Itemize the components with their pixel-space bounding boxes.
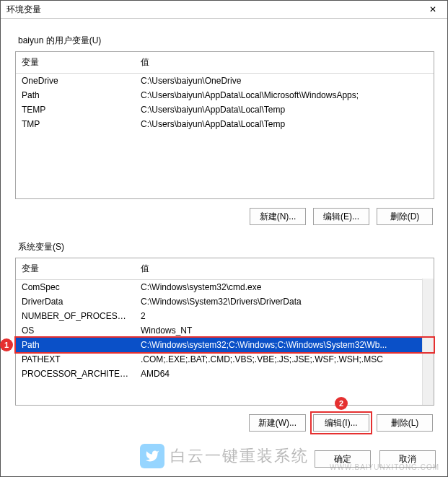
close-icon: ✕ bbox=[429, 4, 436, 14]
user-header-var[interactable]: 变量 bbox=[16, 52, 135, 73]
system-edit-button[interactable]: 编辑(I)... bbox=[313, 414, 369, 432]
window-title: 环境变量 bbox=[6, 4, 424, 16]
table-row[interactable]: OSWindows_NT bbox=[16, 323, 434, 338]
table-row[interactable]: PathC:\Windows\system32;C:\Windows;C:\Wi… bbox=[16, 338, 434, 352]
user-vars-table[interactable]: 变量 值 OneDriveC:\Users\baiyun\OneDrivePat… bbox=[15, 51, 434, 199]
cancel-button[interactable]: 取消 bbox=[379, 450, 436, 468]
cell-val: C:\Windows\system32\cmd.exe bbox=[135, 281, 434, 293]
titlebar: 环境变量 ✕ bbox=[1, 1, 447, 19]
cell-val: C:\Windows\system32;C:\Windows;C:\Window… bbox=[135, 339, 434, 351]
cell-val: 2 bbox=[135, 310, 434, 322]
dialog-content: baiyun 的用户变量(U) 变量 值 OneDriveC:\Users\ba… bbox=[1, 19, 447, 446]
cell-var: PATHEXT bbox=[16, 354, 135, 365]
user-delete-button[interactable]: 删除(D) bbox=[377, 208, 433, 225]
cell-var: OS bbox=[16, 325, 135, 336]
system-scrollbar[interactable] bbox=[422, 279, 434, 405]
system-vars-table[interactable]: 变量 值 ComSpecC:\Windows\system32\cmd.exeD… bbox=[15, 258, 434, 406]
cell-var: NUMBER_OF_PROCESSORS bbox=[16, 310, 135, 322]
table-row[interactable]: TMPC:\Users\baiyun\AppData\Local\Temp bbox=[16, 117, 434, 131]
user-vars-label: baiyun 的用户变量(U) bbox=[18, 35, 434, 47]
user-edit-button[interactable]: 编辑(E)... bbox=[313, 208, 369, 225]
table-row[interactable]: ComSpecC:\Windows\system32\cmd.exe bbox=[16, 280, 434, 294]
table-row[interactable]: PATHEXT.COM;.EXE;.BAT;.CMD;.VBS;.VBE;.JS… bbox=[16, 352, 434, 367]
table-row[interactable]: PROCESSOR_ARCHITECT...AMD64 bbox=[16, 367, 434, 381]
ok-button[interactable]: 确定 bbox=[315, 450, 371, 468]
table-row[interactable]: DriverDataC:\Windows\System32\Drivers\Dr… bbox=[16, 294, 434, 309]
user-header-val[interactable]: 值 bbox=[135, 52, 434, 73]
close-button[interactable]: ✕ bbox=[424, 1, 442, 18]
system-delete-button[interactable]: 删除(L) bbox=[377, 414, 433, 432]
cell-var: DriverData bbox=[16, 296, 135, 307]
system-vars-body[interactable]: ComSpecC:\Windows\system32\cmd.exeDriver… bbox=[16, 280, 434, 405]
cell-var: Path bbox=[16, 339, 135, 351]
table-row[interactable]: PathC:\Users\baiyun\AppData\Local\Micros… bbox=[16, 88, 434, 102]
table-row[interactable]: TEMPC:\Users\baiyun\AppData\Local\Temp bbox=[16, 102, 434, 117]
table-row[interactable]: OneDriveC:\Users\baiyun\OneDrive bbox=[16, 74, 434, 88]
cell-var: TMP bbox=[16, 118, 135, 130]
cell-var: TEMP bbox=[16, 104, 135, 115]
system-new-button[interactable]: 新建(W)... bbox=[249, 414, 306, 432]
cell-val: C:\Users\baiyun\AppData\Local\Microsoft\… bbox=[135, 89, 434, 101]
user-vars-header: 变量 值 bbox=[16, 52, 434, 74]
cell-val: C:\Users\baiyun\AppData\Local\Temp bbox=[135, 118, 434, 130]
system-vars-label: 系统变量(S) bbox=[18, 241, 434, 253]
user-buttons: 新建(N)... 编辑(E)... 删除(D) bbox=[15, 208, 433, 225]
system-vars-header: 变量 值 bbox=[16, 258, 434, 280]
env-vars-dialog: 环境变量 ✕ baiyun 的用户变量(U) 变量 值 OneDriveC:\U… bbox=[0, 0, 448, 477]
cell-var: Path bbox=[16, 89, 135, 101]
dialog-buttons: 确定 取消 bbox=[1, 446, 447, 476]
user-new-button[interactable]: 新建(N)... bbox=[250, 208, 306, 225]
system-buttons: 新建(W)... 编辑(I)... 删除(L) bbox=[15, 414, 433, 432]
cell-var: OneDrive bbox=[16, 75, 135, 87]
cell-var: PROCESSOR_ARCHITECT... bbox=[16, 368, 135, 380]
cell-val: C:\Users\baiyun\OneDrive bbox=[135, 75, 434, 87]
cell-val: C:\Windows\System32\Drivers\DriverData bbox=[135, 296, 434, 307]
cell-val: AMD64 bbox=[135, 368, 434, 380]
cell-var: ComSpec bbox=[16, 281, 135, 293]
user-vars-body[interactable]: OneDriveC:\Users\baiyun\OneDrivePathC:\U… bbox=[16, 74, 434, 198]
system-header-var[interactable]: 变量 bbox=[16, 258, 135, 279]
cell-val: Windows_NT bbox=[135, 325, 434, 336]
table-row[interactable]: NUMBER_OF_PROCESSORS2 bbox=[16, 309, 434, 323]
system-header-val[interactable]: 值 bbox=[135, 258, 434, 279]
cell-val: .COM;.EXE;.BAT;.CMD;.VBS;.VBE;.JS;.JSE;.… bbox=[135, 354, 434, 365]
cell-val: C:\Users\baiyun\AppData\Local\Temp bbox=[135, 104, 434, 115]
